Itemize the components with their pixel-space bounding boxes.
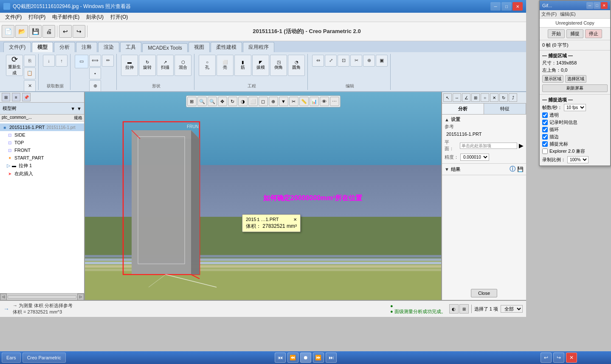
vp-more[interactable]: ⋯ (330, 97, 339, 106)
offset-btn[interactable]: ⤢ (325, 55, 337, 67)
tree-insert-item[interactable]: ➤ 在此插入 (0, 170, 84, 178)
sidebar-scrollbar[interactable]: ◁ ▷ (0, 293, 84, 300)
results-save-icon[interactable]: 💾 (517, 166, 524, 172)
toolbar-new[interactable]: 📄 (2, 25, 14, 38)
gif-minimize[interactable]: ─ (586, 2, 593, 9)
nav-back-btn[interactable]: ↩ (541, 353, 552, 363)
panel-icon-area[interactable]: ⊞ (471, 93, 480, 102)
toolbar-undo[interactable]: ↩ (59, 25, 72, 38)
record-time-checkbox[interactable] (542, 120, 548, 125)
precision-select[interactable]: 0.000010 0.000100 0.001000 (460, 154, 489, 161)
plane-input[interactable] (460, 143, 517, 149)
union-btn[interactable]: ⊕ (363, 55, 375, 67)
menu-print[interactable]: 打印(P) (25, 13, 49, 22)
toolbar-open[interactable]: 📂 (15, 25, 28, 38)
capture-cursor-checkbox[interactable] (542, 141, 548, 147)
vp-analysis[interactable]: 📊 (310, 97, 319, 106)
record-ratio-select[interactable]: 100% 75% 50% (567, 156, 588, 163)
gif-menu-file[interactable]: 文件(F) (541, 11, 557, 17)
expand-icon[interactable]: ▷ (7, 163, 10, 168)
gif-menu-edit[interactable]: 编辑(E) (560, 11, 576, 17)
scroll-left-btn[interactable]: ◁ (0, 294, 7, 300)
shell-btn[interactable]: ⬜売 (217, 55, 234, 76)
vp-pan[interactable]: ✥ (218, 97, 227, 106)
panel-icon-refresh[interactable]: ↻ (499, 93, 508, 102)
rib-btn[interactable]: ▮筋 (234, 55, 251, 76)
explorer-compat-checkbox[interactable] (542, 148, 548, 154)
nav-close-btn[interactable]: ✕ (566, 353, 577, 363)
tab-mcadex[interactable]: MCADEx Tools (142, 43, 187, 52)
maximize-button[interactable]: □ (501, 2, 512, 11)
taskbar-item-cad[interactable]: Creo Parametric (23, 353, 66, 363)
taskbar-item-ears[interactable]: Ears (2, 353, 21, 363)
tree-pin-icon[interactable]: 📌 (22, 93, 31, 101)
sweep-btn[interactable]: ↗扫描 (157, 55, 174, 76)
gif-stop-btn[interactable]: 停止 (585, 29, 602, 38)
panel-icon-delete[interactable]: ✕ (490, 93, 498, 102)
player-prev[interactable]: ⏮ (275, 353, 286, 363)
close-button[interactable]: ✕ (512, 2, 523, 11)
tree-list-icon[interactable]: ≡ (12, 93, 20, 101)
vp-view-list[interactable]: ▼ (279, 97, 288, 106)
window-controls[interactable]: ─ □ ✕ (490, 2, 523, 11)
vp-zoom-fit[interactable]: ⊞ (187, 97, 197, 106)
tooltip-close-btn[interactable]: ✕ (293, 217, 297, 222)
revolve-btn[interactable]: ↻旋转 (139, 55, 156, 76)
toolbar-save[interactable]: 💾 (29, 25, 42, 38)
vp-shade[interactable]: ◑ (238, 97, 248, 106)
menu-email[interactable]: 电子邮件(E) (49, 13, 83, 22)
blend-btn[interactable]: ⬡混合 (175, 55, 191, 76)
transparent-checkbox[interactable] (542, 112, 548, 118)
player-play[interactable]: ⏺ (300, 353, 311, 363)
gif-select-area-btn[interactable]: 选择区域 (565, 75, 586, 83)
vp-wireframe[interactable]: ⬜ (248, 97, 258, 106)
menu-open[interactable]: 打开(O) (107, 13, 131, 22)
plane-expand-btn[interactable]: ▶ (519, 142, 524, 149)
panel-icon-cursor[interactable]: ↖ (443, 93, 452, 102)
tab-render[interactable]: 渲染 (98, 42, 119, 52)
csys-btn[interactable]: ⊕ (89, 80, 101, 92)
vp-measure[interactable]: 📏 (299, 97, 309, 106)
panel-icon-export[interactable]: ⤴ (509, 93, 517, 102)
extrude-btn[interactable]: ▬拉伸 (121, 55, 138, 76)
regenerate-btn[interactable]: ⟳重新生成 (6, 55, 23, 76)
tree-top-item[interactable]: ⊡ TOP (0, 139, 84, 146)
vp-display[interactable]: 👁 (320, 97, 329, 106)
tab-flex[interactable]: 柔性建模 (211, 42, 242, 52)
delete-btn[interactable]: ✕ (24, 80, 36, 92)
gif-close[interactable]: ✕ (601, 2, 608, 9)
gif-start-btn[interactable]: 开始 (548, 29, 565, 38)
player-next[interactable]: ⏭ (326, 353, 337, 363)
vp-zoom-in[interactable]: 🔍 (197, 97, 207, 106)
tree-front-item[interactable]: ⊡ FRONT (0, 146, 84, 154)
settings-header[interactable]: ▲ 设置 (445, 116, 524, 123)
toolbar-print[interactable]: 🖨 (42, 25, 55, 38)
tab-feature[interactable]: 特征 (484, 104, 526, 114)
tab-tools[interactable]: 工具 (120, 42, 141, 52)
tab-annotation[interactable]: 注释 (76, 42, 97, 52)
gif-maximize[interactable]: □ (594, 2, 600, 9)
tree-filter-icon[interactable]: ▼ (77, 106, 82, 111)
bottom-icon1[interactable]: ◐ (449, 304, 459, 314)
mirror-btn[interactable]: ⇔ (312, 55, 324, 67)
toolbar-redo[interactable]: ↪ (73, 25, 85, 38)
vp-clip[interactable]: ✂ (289, 97, 298, 106)
vp-zoom-out[interactable]: 🔍 (208, 97, 217, 106)
sketch-btn[interactable]: ✏ (102, 55, 114, 67)
loop-checkbox[interactable] (542, 127, 548, 132)
project-btn[interactable]: ⊡ (338, 55, 349, 67)
plane-btn[interactable]: ▭ (75, 55, 88, 68)
trim-btn[interactable]: ✂ (350, 55, 362, 67)
tab-analysis[interactable]: 分析 (54, 42, 75, 52)
hole-btn[interactable]: ○孔 (199, 55, 216, 76)
bottom-icon2[interactable]: ⊞ (459, 304, 469, 314)
panel-icon-measure[interactable]: ↔ (453, 93, 461, 102)
tree-extrude-item[interactable]: ▷ ▬ 拉伸 1 (0, 162, 84, 170)
vp-rotate[interactable]: ↻ (228, 97, 237, 106)
menu-burn[interactable]: 刻录(U) (83, 13, 107, 22)
export-btn[interactable]: ↑ (56, 55, 68, 67)
player-forward[interactable]: ⏩ (313, 353, 324, 363)
round-btn[interactable]: ◔圆角 (288, 55, 305, 76)
chamfer-btn[interactable]: ◳倒角 (270, 55, 287, 76)
menu-file[interactable]: 文件(F) (2, 13, 25, 22)
